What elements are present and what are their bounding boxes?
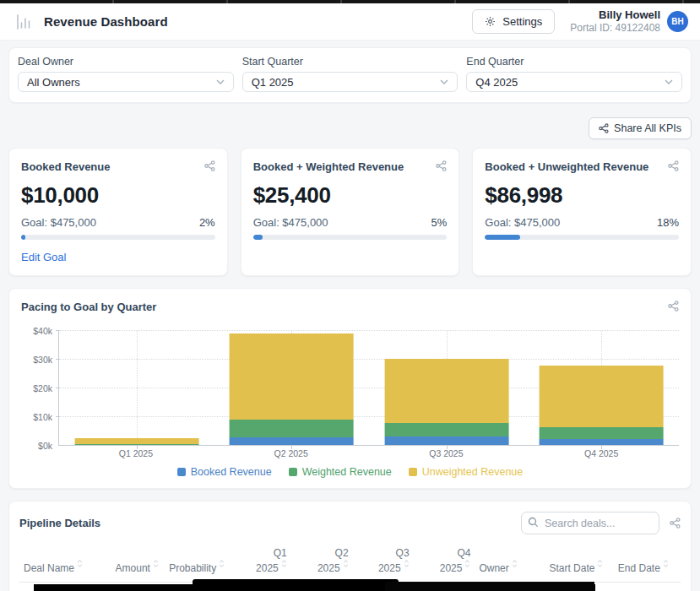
kpi-goal: Goal: $475,000 xyxy=(253,216,328,229)
column-header-owner[interactable]: Owner xyxy=(475,542,545,583)
end-quarter-value: Q4 2025 xyxy=(475,76,518,89)
deal-owner-label: Deal Owner xyxy=(18,56,234,68)
kpi-percent: 2% xyxy=(199,216,215,229)
x-tick-label: Q2 2025 xyxy=(274,448,307,458)
kpi-card-unweighted: Booked + Unweighted Revenue $86,998 Goal… xyxy=(472,148,692,276)
legend-item-weighted-revenue[interactable]: Weighted Revenue xyxy=(289,466,392,478)
y-tick-mark xyxy=(56,330,59,331)
column-header-deal-name[interactable]: Deal Name xyxy=(19,542,94,583)
settings-button[interactable]: Settings xyxy=(472,9,555,34)
legend-swatch xyxy=(289,468,297,476)
bar-segment-unweighted-revenue[interactable] xyxy=(230,333,354,420)
start-quarter-value: Q1 2025 xyxy=(252,76,294,89)
kpi-goal: Goal: $475,000 xyxy=(485,216,560,229)
app-header: Revenue Dashboard Settings Billy Howell … xyxy=(0,3,700,41)
legend-swatch xyxy=(177,468,186,476)
edit-goal-link[interactable]: Edit Goal xyxy=(21,251,66,263)
chart-plot xyxy=(58,331,679,446)
legend-item-unweighted-revenue[interactable]: Unweighted Revenue xyxy=(409,466,524,478)
share-icon[interactable] xyxy=(436,160,447,171)
search-input[interactable] xyxy=(521,512,659,534)
share-all-kpis-label: Share All KPIs xyxy=(614,122,681,134)
kpi-title: Booked Revenue xyxy=(21,160,110,173)
column-label: Probability xyxy=(169,562,216,574)
bar-segment-unweighted-revenue[interactable] xyxy=(384,359,508,423)
y-tick-label: $20k xyxy=(33,383,52,393)
column-label: Deal Name xyxy=(24,562,74,574)
y-tick-label: $0k xyxy=(38,441,52,451)
kpi-title: Booked + Weighted Revenue xyxy=(253,160,404,173)
kpi-title: Booked + Unweighted Revenue xyxy=(485,160,648,173)
column-header-start-date[interactable]: Start Date xyxy=(545,542,613,583)
kpi-percent: 5% xyxy=(431,216,448,229)
filter-deal-owner: Deal Owner All Owners xyxy=(18,56,234,92)
share-icon[interactable] xyxy=(668,301,679,312)
legend-label: Weighted Revenue xyxy=(302,466,392,478)
legend-label: Booked Revenue xyxy=(191,466,272,478)
chevron-down-icon xyxy=(440,79,448,84)
bar-segment-unweighted-revenue[interactable] xyxy=(540,366,664,427)
bar-segment-weighted-revenue[interactable] xyxy=(540,427,664,439)
kpi-progress-fill xyxy=(253,235,263,240)
filter-end-quarter: End Quarter Q4 2025 xyxy=(466,56,682,92)
search-icon xyxy=(528,517,539,528)
column-header-end-date[interactable]: End Date xyxy=(614,542,681,583)
legend-item-booked-revenue[interactable]: Booked Revenue xyxy=(177,466,272,478)
y-tick-mark xyxy=(56,388,59,388)
y-tick-label: $10k xyxy=(33,412,52,422)
column-header-probability[interactable]: Probability xyxy=(163,542,229,583)
share-icon[interactable] xyxy=(670,518,681,529)
user-block: Billy Howell Portal ID: 49122408 xyxy=(570,8,660,35)
bar-chart-logo-icon xyxy=(14,12,34,32)
bar-q1-2025[interactable] xyxy=(74,438,198,445)
avatar[interactable]: BH xyxy=(667,11,688,32)
kpi-goal: Goal: $475,000 xyxy=(21,216,96,229)
kpi-progress-fill xyxy=(485,235,519,240)
kpi-progress-track xyxy=(253,235,448,240)
user-name: Billy Howell xyxy=(570,8,660,22)
kpi-progress-track xyxy=(485,235,679,240)
share-icon[interactable] xyxy=(204,160,215,171)
y-tick-mark xyxy=(56,359,59,360)
bar-q2-2025[interactable] xyxy=(230,333,354,445)
y-tick-label: $40k xyxy=(33,326,52,336)
bar-segment-weighted-revenue[interactable] xyxy=(384,423,508,436)
kpi-value: $10,000 xyxy=(21,182,215,209)
screen-bottom-artifact xyxy=(385,582,594,591)
column-header-amount[interactable]: Amount xyxy=(94,542,163,583)
end-quarter-select[interactable]: Q4 2025 xyxy=(466,72,682,92)
bar-q4-2025[interactable] xyxy=(540,366,664,445)
column-header-q3-2025[interactable]: Q32025 xyxy=(353,542,414,583)
pipeline-title: Pipeline Details xyxy=(19,517,100,529)
screen-bottom-artifact xyxy=(193,579,399,591)
page-title: Revenue Dashboard xyxy=(44,14,168,29)
bar-segment-weighted-revenue[interactable] xyxy=(230,420,354,436)
column-header-q2-2025[interactable]: Q22025 xyxy=(291,542,353,583)
share-icon xyxy=(599,123,609,133)
bar-segment-booked-revenue[interactable] xyxy=(230,437,354,445)
bar-segment-booked-revenue[interactable] xyxy=(540,439,664,445)
chevron-down-icon xyxy=(216,79,225,84)
gridline xyxy=(59,330,679,331)
chevron-down-icon xyxy=(665,79,673,84)
chart-y-axis: $0k$10k$20k$30k$40k xyxy=(21,331,58,446)
gridline xyxy=(59,359,679,360)
bar-q3-2025[interactable] xyxy=(384,359,508,445)
share-icon[interactable] xyxy=(668,160,679,171)
column-header-q4-2025[interactable]: Q42025 xyxy=(414,542,475,583)
screen-top-edge xyxy=(0,0,700,3)
legend-swatch xyxy=(409,468,417,476)
column-header-q1-2025[interactable]: Q12025 xyxy=(229,542,291,583)
deal-owner-select[interactable]: All Owners xyxy=(18,72,234,92)
kpi-percent: 18% xyxy=(657,216,679,229)
bar-segment-booked-revenue[interactable] xyxy=(384,436,508,445)
legend-label: Unweighted Revenue xyxy=(422,466,524,478)
start-quarter-select[interactable]: Q1 2025 xyxy=(242,72,459,92)
column-label: Amount xyxy=(116,562,150,574)
x-tick-label: Q1 2025 xyxy=(119,448,153,458)
column-label: End Date xyxy=(618,562,660,574)
portal-id: Portal ID: 49122408 xyxy=(570,22,660,35)
x-tick-label: Q3 2025 xyxy=(429,448,463,458)
start-quarter-label: Start Quarter xyxy=(242,56,459,68)
share-all-kpis-button[interactable]: Share All KPIs xyxy=(589,117,692,139)
